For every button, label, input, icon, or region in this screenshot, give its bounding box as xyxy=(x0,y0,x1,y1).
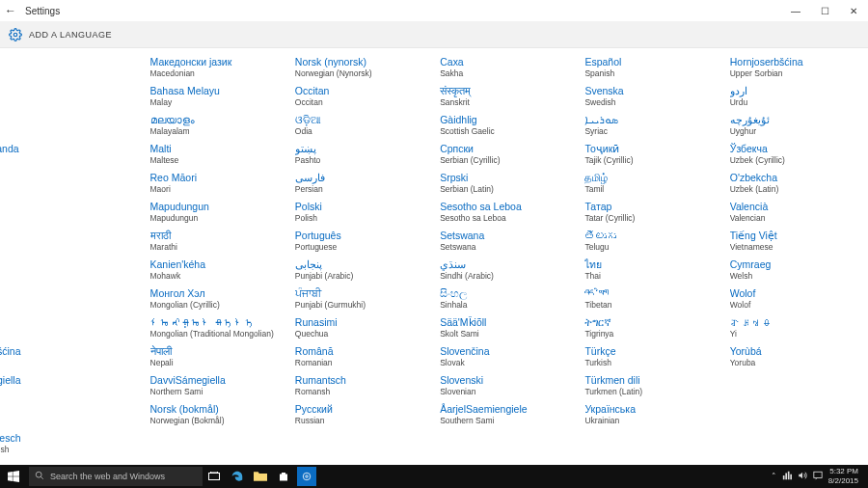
page-title: ADD A LANGUAGE xyxy=(29,30,112,40)
language-tile[interactable]: Reo MāoriMaori xyxy=(144,170,288,199)
language-tile[interactable]: O'zbekchaUzbek (Latin) xyxy=(723,170,868,199)
language-tile[interactable]: RomânăRomanian xyxy=(288,343,433,372)
language-tile[interactable]: മലയാളംMalayalam xyxy=(144,112,288,141)
language-tile[interactable]: Kanien'kéhaMohawk xyxy=(144,257,288,285)
edge-button[interactable] xyxy=(226,465,249,488)
language-tile[interactable]: Монгол ХэлMongolian (Cyrillic) xyxy=(144,285,288,314)
language-tile[interactable]: ไทยThai xyxy=(578,257,722,285)
language-tile[interactable]: OccitanOccitan xyxy=(288,83,433,112)
language-tile[interactable]: ь xyxy=(0,54,28,83)
language-tile[interactable] xyxy=(0,228,28,257)
start-button[interactable] xyxy=(0,465,27,488)
language-tile[interactable]: DavviSámegiellaNorthern Sami xyxy=(144,372,288,401)
language-tile[interactable]: SlovenčinaSlovak xyxy=(433,343,578,372)
language-tile[interactable]: සිංහලSinhala xyxy=(433,285,578,314)
system-tray[interactable]: ˄ 5:32 PM 8/2/2015 xyxy=(772,467,868,486)
settings-taskbar-button[interactable] xyxy=(295,465,318,488)
tray-volume-icon[interactable] xyxy=(798,471,807,482)
language-tile[interactable]: WolofWolof xyxy=(723,285,868,314)
language-tile[interactable]: SvenskaSwedish xyxy=(578,83,722,112)
language-tile[interactable]: Tiếng ViệtVietnamese xyxy=(723,228,868,257)
language-tile[interactable]: मराठीMarathi xyxy=(144,228,288,257)
language-tile[interactable]: Sää'MǩiõllSkolt Sami xyxy=(433,314,578,343)
language-tile[interactable]: Sámegiella xyxy=(0,372,28,401)
language-tile[interactable]: MaltiMaltese xyxy=(144,141,288,170)
language-tile[interactable]: فارسیPersian xyxy=(288,170,433,199)
language-tile[interactable] xyxy=(0,170,28,199)
language-tile[interactable]: SlovenskiSlovenian xyxy=(433,372,578,401)
language-tile[interactable]: Norsk (nynorsk)Norwegian (Nynorsk) xyxy=(288,54,433,83)
language-tile[interactable] xyxy=(0,314,28,343)
language-tile[interactable]: CymraegWelsh xyxy=(723,257,868,285)
tray-network-icon[interactable] xyxy=(782,471,792,482)
language-tile[interactable]: བོད་ཡིགTibetan xyxy=(578,285,722,314)
language-tile[interactable]: ꆈꌠꁱꂷYi xyxy=(723,314,868,343)
store-button[interactable] xyxy=(272,465,295,488)
language-tile[interactable]: ئۇيغۇرچەUyghur xyxy=(723,112,868,141)
language-tile[interactable]: संस्कृतम्Sanskrit xyxy=(433,83,578,112)
taskbar-search-input[interactable] xyxy=(50,472,197,481)
language-tile[interactable]: СрпскиSerbian (Cyrillic) xyxy=(433,141,578,170)
language-tile[interactable] xyxy=(0,257,28,285)
language-tile[interactable]: Sesotho sa LeboaSesotho sa Leboa xyxy=(433,199,578,228)
language-tile[interactable]: YorùbáYoruba xyxy=(723,343,868,372)
language-tile[interactable]: ትግርኛTigrinya xyxy=(578,314,722,343)
language-tile[interactable]: Türkmen diliTurkmen (Latin) xyxy=(578,372,722,401)
language-tile[interactable] xyxy=(0,83,28,112)
language-tile[interactable] xyxy=(0,285,28,314)
language-english-name: Punjabi (Arabic) xyxy=(295,271,426,282)
close-button[interactable]: ✕ xyxy=(839,6,868,16)
language-tile[interactable]: PolskiPolish xyxy=(288,199,433,228)
language-tile[interactable]: a xyxy=(0,199,28,228)
language-tile[interactable]: Bahasa MelayuMalay xyxy=(144,83,288,112)
tray-notifications-icon[interactable] xyxy=(813,471,823,482)
language-tile[interactable]: TürkçeTurkish xyxy=(578,343,722,372)
settings-active-icon xyxy=(297,467,316,486)
language-tile[interactable]: ТоҷикӣTajik (Cyrillic) xyxy=(578,141,722,170)
language-tile[interactable]: SrpskiSerbian (Latin) xyxy=(433,170,578,199)
language-tile[interactable]: ਪੰਜਾਬੀPunjabi (Gurmukhi) xyxy=(288,285,433,314)
language-tile[interactable]: SetswanaSetswana xyxy=(433,228,578,257)
language-tile[interactable]: erbšćinaan xyxy=(0,343,28,372)
language-tile[interactable]: Македонски јазикMacedonian xyxy=(144,54,288,83)
minimize-button[interactable]: — xyxy=(781,6,810,16)
language-tile[interactable]: и xyxy=(0,112,28,141)
maximize-button[interactable]: ☐ xyxy=(810,6,839,16)
language-tile[interactable]: РусскийRussian xyxy=(288,401,433,430)
taskbar-clock[interactable]: 5:32 PM 8/2/2015 xyxy=(828,467,862,486)
language-tile[interactable]: ТатарTatar (Cyrillic) xyxy=(578,199,722,228)
language-tile[interactable]: uergeschrgish xyxy=(0,430,28,459)
taskbar-search[interactable] xyxy=(29,467,203,486)
language-tile[interactable]: PortuguêsPortuguese xyxy=(288,228,433,257)
language-tile[interactable]: سنڌيSindhi (Arabic) xyxy=(433,257,578,285)
language-tile[interactable]: GàidhligScottish Gaelic xyxy=(433,112,578,141)
language-native-name: Gàidhlig xyxy=(440,114,571,126)
language-tile[interactable]: RunasimiQuechua xyxy=(288,314,433,343)
language-tile[interactable]: پښتوPashto xyxy=(288,141,433,170)
language-tile[interactable]: УкраїнськаUkrainian xyxy=(578,401,722,430)
task-view-button[interactable] xyxy=(203,465,226,488)
language-tile[interactable]: اردوUrdu xyxy=(723,83,868,112)
language-tile[interactable]: HornjoserbšćinaUpper Sorbian xyxy=(723,54,868,83)
language-tile[interactable]: vandali xyxy=(0,141,28,170)
language-tile[interactable]: ValenciàValencian xyxy=(723,199,868,228)
language-tile[interactable]: नेपालीNepali xyxy=(144,343,288,372)
language-tile[interactable]: RumantschRomansh xyxy=(288,372,433,401)
language-tile[interactable]: MapudungunMapudungun xyxy=(144,199,288,228)
back-button[interactable]: ← xyxy=(0,4,21,17)
language-tile[interactable]: Norsk (bokmål)Norwegian (Bokmål) xyxy=(144,401,288,430)
language-tile[interactable]: తెలుగుTelugu xyxy=(578,228,722,257)
language-tile[interactable]: EspañolSpanish xyxy=(578,54,722,83)
language-tile[interactable]: پنجابیPunjabi (Arabic) xyxy=(288,257,433,285)
language-tile[interactable]: ЎзбекчаUzbek (Cyrillic) xyxy=(723,141,868,170)
language-tile[interactable]: ᠮᠣᠩᠭᠣᠯ ᠬᠡᠯᠡMongolian (Traditional Mongol… xyxy=(144,314,288,343)
language-tile[interactable]: தமிழ்Tamil xyxy=(578,170,722,199)
language-tile[interactable]: ଓଡ଼ିଆOdia xyxy=(288,112,433,141)
language-native-name: Norsk (nynorsk) xyxy=(295,56,426,68)
tray-chevron-up-icon[interactable]: ˄ xyxy=(772,472,776,481)
language-tile[interactable] xyxy=(0,401,28,430)
file-explorer-button[interactable] xyxy=(249,465,272,488)
language-tile[interactable]: СахаSakha xyxy=(433,54,578,83)
language-tile[interactable]: ÅarjelSaemiengieleSouthern Sami xyxy=(433,401,578,430)
language-tile[interactable]: ܣܘܪܝܝܐSyriac xyxy=(578,112,722,141)
